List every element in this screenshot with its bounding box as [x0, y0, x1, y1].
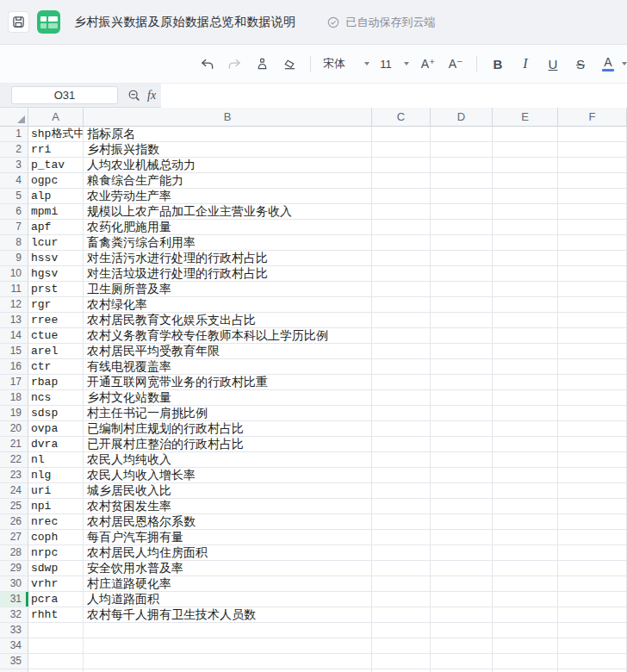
cell-D33[interactable] — [431, 623, 493, 638]
cell-E21[interactable] — [493, 437, 558, 452]
cell-F20[interactable] — [558, 421, 627, 437]
cell-D23[interactable] — [431, 468, 493, 483]
cell-E1[interactable] — [493, 127, 558, 142]
row-header[interactable]: 25 — [0, 499, 28, 514]
cell-F22[interactable] — [558, 452, 627, 468]
cell-E26[interactable] — [493, 514, 558, 530]
strikethrough-button[interactable]: S — [568, 52, 593, 76]
cell-A8[interactable]: lcur — [28, 235, 84, 251]
row-header[interactable]: 3 — [0, 158, 28, 173]
bold-button[interactable]: B — [486, 52, 510, 76]
cell-A3[interactable]: p_tav — [28, 158, 84, 173]
cell-D19[interactable] — [431, 406, 493, 421]
cell-D21[interactable] — [431, 437, 493, 452]
cell-A22[interactable]: nl — [28, 452, 84, 468]
cell-C6[interactable] — [372, 204, 431, 220]
clear-format-button[interactable] — [277, 52, 301, 76]
cell-A35[interactable] — [28, 654, 84, 669]
cell-E15[interactable] — [493, 344, 558, 359]
cell-E16[interactable] — [493, 359, 558, 375]
cell-A21[interactable]: dvra — [28, 437, 84, 452]
cell-name-box[interactable] — [11, 86, 118, 104]
cell-E19[interactable] — [493, 406, 558, 421]
column-header-F[interactable]: F — [558, 108, 627, 127]
cell-E7[interactable] — [493, 220, 558, 235]
cell-C17[interactable] — [372, 375, 431, 390]
row-header[interactable]: 4 — [0, 173, 28, 189]
cell-A27[interactable]: coph — [28, 530, 84, 545]
cell-D2[interactable] — [431, 142, 493, 158]
cell-B18[interactable]: 乡村文化站数量 — [84, 390, 372, 406]
cell-C35[interactable] — [372, 654, 431, 669]
increase-font-button[interactable]: A⁺ — [416, 52, 440, 76]
cell-A26[interactable]: nrec — [28, 514, 84, 530]
cell-B12[interactable]: 农村绿化率 — [84, 297, 372, 313]
cell-C26[interactable] — [372, 514, 431, 530]
cell-F7[interactable] — [558, 220, 627, 235]
cell-A34[interactable] — [28, 638, 84, 654]
cell-B19[interactable]: 村主任书记一肩挑比例 — [84, 406, 372, 421]
row-header[interactable]: 9 — [0, 251, 28, 266]
cell-B35[interactable] — [84, 654, 372, 669]
column-header-B[interactable]: B — [84, 108, 372, 127]
cell-E9[interactable] — [493, 251, 558, 266]
column-header-D[interactable]: D — [431, 108, 493, 127]
cell-D3[interactable] — [431, 158, 493, 173]
row-header[interactable]: 21 — [0, 437, 28, 452]
cell-C31[interactable] — [372, 592, 431, 607]
cell-C1[interactable] — [372, 127, 431, 142]
row-header[interactable]: 24 — [0, 483, 28, 499]
cell-B21[interactable]: 已开展村庄整治的行政村占比 — [84, 437, 372, 452]
cell-D18[interactable] — [431, 390, 493, 406]
cell-B26[interactable]: 农村居民恩格尔系数 — [84, 514, 372, 530]
cell-B2[interactable]: 乡村振兴指数 — [84, 142, 372, 158]
cell-E27[interactable] — [493, 530, 558, 545]
cell-A5[interactable]: alp — [28, 189, 84, 204]
cell-D31[interactable] — [431, 592, 493, 607]
cell-F21[interactable] — [558, 437, 627, 452]
cell-E2[interactable] — [493, 142, 558, 158]
cell-D35[interactable] — [431, 654, 493, 669]
cell-C27[interactable] — [372, 530, 431, 545]
cell-B16[interactable]: 有线电视覆盖率 — [84, 359, 372, 375]
cell-D11[interactable] — [431, 282, 493, 297]
row-header[interactable]: 23 — [0, 468, 28, 483]
select-all-button[interactable] — [0, 108, 28, 127]
cell-B34[interactable] — [84, 638, 372, 654]
cell-F28[interactable] — [558, 545, 627, 561]
cell-B13[interactable]: 农村居民教育文化娱乐支出占比 — [84, 313, 372, 328]
cell-A6[interactable]: mpmi — [28, 204, 84, 220]
cell-D5[interactable] — [431, 189, 493, 204]
cell-F4[interactable] — [558, 173, 627, 189]
cell-F15[interactable] — [558, 344, 627, 359]
cell-E13[interactable] — [493, 313, 558, 328]
cell-E8[interactable] — [493, 235, 558, 251]
row-header[interactable]: 16 — [0, 359, 28, 375]
row-header[interactable]: 19 — [0, 406, 28, 421]
row-header[interactable]: 35 — [0, 654, 28, 669]
formula-input[interactable] — [161, 84, 627, 108]
cell-B24[interactable]: 城乡居民收入比 — [84, 483, 372, 499]
cell-D34[interactable] — [431, 638, 493, 654]
cell-A25[interactable]: npi — [28, 499, 84, 514]
cell-C29[interactable] — [372, 561, 431, 576]
cell-F3[interactable] — [558, 158, 627, 173]
cell-A19[interactable]: sdsp — [28, 406, 84, 421]
cell-B9[interactable]: 对生活污水进行处理的行政村占比 — [84, 251, 372, 266]
cell-D13[interactable] — [431, 313, 493, 328]
cell-E6[interactable] — [493, 204, 558, 220]
cell-E11[interactable] — [493, 282, 558, 297]
cell-A13[interactable]: rree — [28, 313, 84, 328]
cell-F2[interactable] — [558, 142, 627, 158]
cell-F9[interactable] — [558, 251, 627, 266]
cell-C25[interactable] — [372, 499, 431, 514]
cell-F8[interactable] — [558, 235, 627, 251]
cell-D32[interactable] — [431, 607, 493, 623]
cell-E30[interactable] — [493, 576, 558, 592]
cell-D17[interactable] — [431, 375, 493, 390]
cell-F27[interactable] — [558, 530, 627, 545]
cell-A14[interactable]: ctue — [28, 328, 84, 344]
row-header[interactable]: 31 — [0, 592, 28, 607]
undo-button[interactable] — [195, 52, 219, 76]
row-header[interactable]: 20 — [0, 421, 28, 437]
